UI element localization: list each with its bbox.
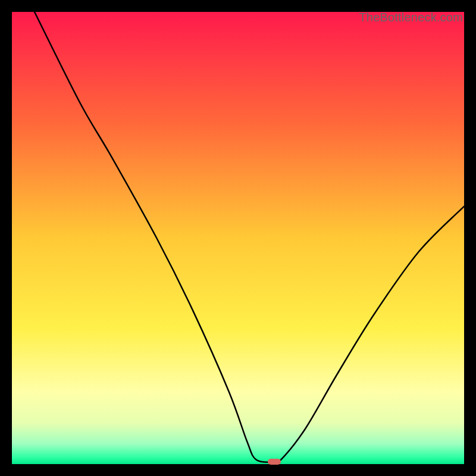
watermark-text: TheBottleneck.com [359, 11, 463, 24]
chart-background [12, 12, 464, 464]
chart-svg [12, 12, 464, 464]
optimal-point-marker [268, 459, 281, 465]
chart-frame: TheBottleneck.com [12, 12, 464, 464]
